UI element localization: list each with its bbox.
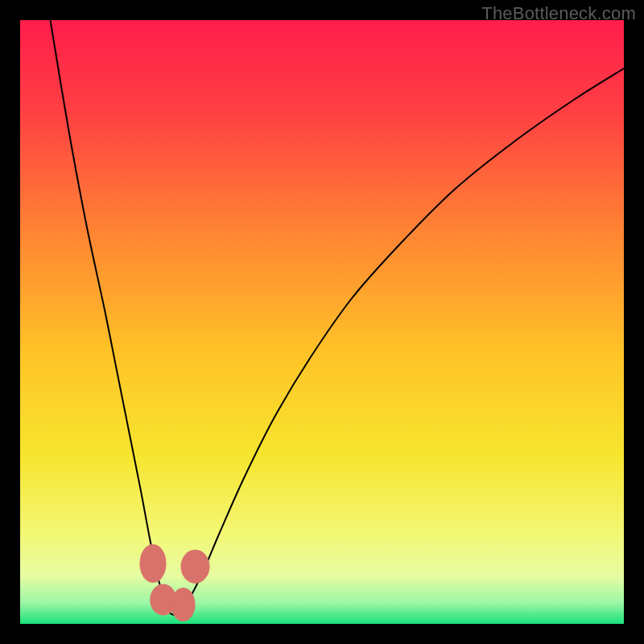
watermark-text: TheBottleneck.com (481, 3, 636, 24)
chart-stage: TheBottleneck.com (0, 0, 644, 644)
curve-marker (171, 588, 196, 621)
plot-area (20, 20, 624, 624)
gradient-background (20, 20, 624, 624)
plot-svg (20, 20, 624, 624)
curve-marker (181, 550, 210, 584)
curve-marker (140, 544, 167, 583)
